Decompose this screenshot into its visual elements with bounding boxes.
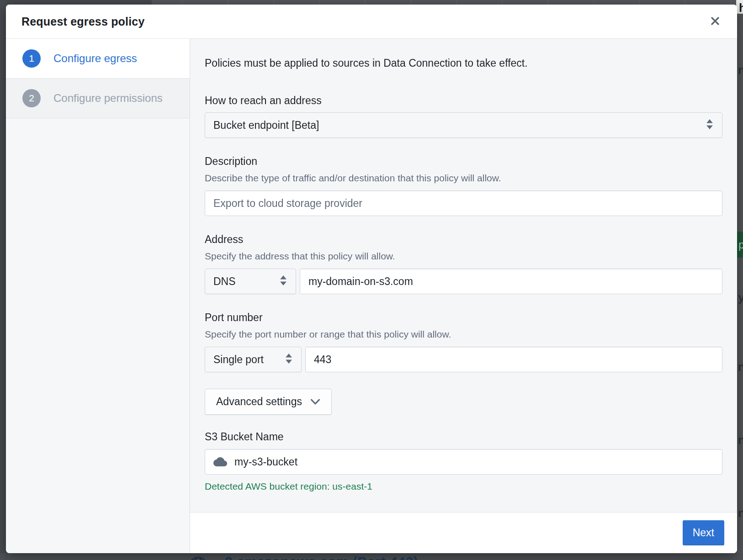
port-type-select[interactable]: Single port xyxy=(205,347,302,372)
description-input[interactable] xyxy=(205,190,722,216)
dialog-header: Request egress policy xyxy=(6,5,737,39)
background-green-button-fragment: p xyxy=(737,232,743,258)
reach-method-value: Bucket endpoint [Beta] xyxy=(213,119,319,132)
background-left-strip xyxy=(0,0,6,560)
step-number-badge: 1 xyxy=(22,49,41,68)
close-icon xyxy=(710,16,721,28)
background-bottom-strip: 2 amazonaws.com (Port 443) xyxy=(0,553,743,560)
background-row-text: 2 amazonaws.com (Port 443) xyxy=(225,554,418,560)
background-text-fragment: n xyxy=(738,63,743,76)
description-label: Description xyxy=(205,154,722,168)
step-label: Configure permissions xyxy=(53,92,163,105)
step-number-badge: 2 xyxy=(22,89,41,107)
step-item-configure-egress[interactable]: 1 Configure egress xyxy=(6,39,190,79)
background-text-fragment: y xyxy=(738,291,743,304)
address-type-select[interactable]: DNS xyxy=(205,269,296,294)
reach-method-select[interactable]: Bucket endpoint [Beta] xyxy=(205,112,722,138)
s3-bucket-label: S3 Bucket Name xyxy=(205,430,722,444)
background-text-fragment: n xyxy=(738,506,743,519)
intro-text: Policies must be applied to sources in D… xyxy=(205,56,722,70)
port-helper: Specify the port number or range that th… xyxy=(205,328,722,340)
address-type-value: DNS xyxy=(213,275,236,288)
close-button[interactable] xyxy=(707,13,723,30)
globe-icon xyxy=(186,555,210,560)
port-label: Port number xyxy=(205,311,722,324)
dialog-title: Request egress policy xyxy=(21,15,145,28)
caret-updown-icon xyxy=(705,118,715,132)
step-sidebar: 1 Configure egress 2 Configure permissio… xyxy=(6,39,190,553)
caret-updown-icon xyxy=(278,274,288,289)
port-input[interactable] xyxy=(305,347,722,372)
step-item-configure-permissions[interactable]: 2 Configure permissions xyxy=(6,79,190,118)
s3-bucket-input-wrapper xyxy=(205,449,722,475)
how-to-reach-label: How to reach an address xyxy=(205,94,722,107)
step-label: Configure egress xyxy=(53,52,137,65)
bucket-region-status: Detected AWS bucket region: us-east-1 xyxy=(205,481,722,492)
caret-updown-icon xyxy=(284,352,294,367)
address-label: Address xyxy=(205,232,722,246)
cloud-icon xyxy=(213,455,228,470)
background-top-strip-left xyxy=(0,0,152,5)
address-input[interactable] xyxy=(300,269,722,294)
dialog-footer: Next xyxy=(190,512,737,553)
background-text-fragment: n xyxy=(738,433,743,446)
background-text-fragment: h xyxy=(736,0,743,14)
s3-bucket-input[interactable] xyxy=(205,449,722,475)
request-egress-policy-dialog: Request egress policy 1 Configure egress… xyxy=(6,5,737,553)
background-text-fragment: n xyxy=(738,360,743,373)
advanced-settings-label: Advanced settings xyxy=(216,396,302,408)
port-type-value: Single port xyxy=(213,354,264,366)
next-button[interactable]: Next xyxy=(683,520,724,545)
form-content: Policies must be applied to sources in D… xyxy=(190,39,737,512)
chevron-down-icon xyxy=(310,396,320,408)
advanced-settings-button[interactable]: Advanced settings xyxy=(205,389,332,415)
address-helper: Specify the address that this policy wil… xyxy=(205,250,722,262)
description-helper: Describe the type of traffic and/or dest… xyxy=(205,172,722,184)
